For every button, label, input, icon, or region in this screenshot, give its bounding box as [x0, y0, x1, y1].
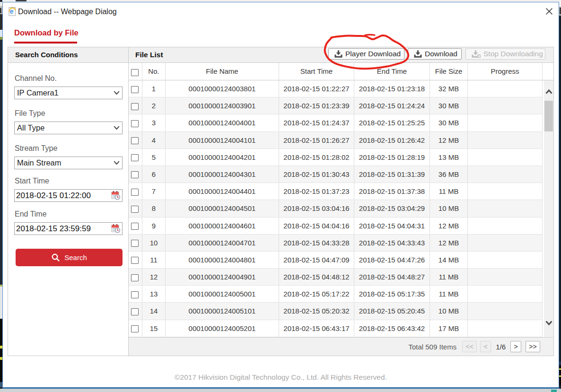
end-time-input[interactable]: 2018-02-15 23:59:59 [14, 222, 123, 235]
cell-progress [468, 200, 543, 217]
cell-progress [468, 235, 543, 251]
cell-file-name: 00010000124004101 [166, 132, 279, 148]
cell-end-time: 2018-02-15 06:43:42 [354, 320, 430, 337]
row-checkbox-cell [129, 269, 142, 285]
cell-file-name: 00010000124004001 [166, 114, 279, 131]
cell-file-size: 36 MB [430, 166, 468, 183]
table-row: 6000100001240043012018-02-15 01:30:43201… [129, 166, 543, 183]
chevron-down-icon [114, 91, 120, 95]
row-checkbox-cell [129, 97, 142, 114]
cell-file-name: 00010000124003801 [166, 80, 279, 97]
cell-file-size: 14 MB [430, 252, 468, 268]
row-checkbox[interactable] [131, 291, 139, 298]
table-row: 12000100001240049012018-02-15 04:48:1220… [129, 269, 543, 286]
row-checkbox[interactable] [131, 189, 139, 196]
page-next-button[interactable]: > [510, 341, 521, 352]
cell-start-time: 2018-02-15 05:20:32 [279, 303, 354, 319]
cell-file-size: 11 MB [430, 183, 468, 200]
row-checkbox[interactable] [131, 171, 139, 178]
row-checkbox[interactable] [131, 308, 139, 315]
calendar-icon[interactable] [111, 191, 121, 200]
cell-progress [468, 183, 543, 200]
file-type-select[interactable]: All Type [14, 122, 123, 134]
download-button[interactable]: Download [408, 48, 462, 60]
row-checkbox-cell [129, 218, 142, 234]
cell-file-name: 00010000124004601 [166, 218, 279, 234]
search-button-label: Search [64, 253, 87, 261]
file-type-value: All Type [17, 122, 44, 134]
stream-type-value: Main Stream [17, 157, 61, 169]
table-row: 11000100001240048012018-02-15 04:47:0920… [129, 252, 543, 269]
dialog-window: e Download -- Webpage Dialog Download by… [2, 2, 559, 389]
row-checkbox[interactable] [131, 206, 139, 213]
cell-end-time: 2018-02-15 01:37:38 [354, 183, 430, 200]
cell-no: 14 [142, 303, 166, 319]
row-checkbox-cell [129, 252, 142, 268]
row-checkbox[interactable] [131, 120, 139, 127]
table-header-row: No. File Name Start Time End Time File S… [129, 63, 553, 80]
cell-end-time: 2018-02-15 04:33:43 [354, 235, 430, 251]
page-first-button[interactable]: << [462, 341, 477, 352]
cell-progress [468, 149, 543, 166]
row-checkbox[interactable] [131, 325, 139, 332]
file-table-body: 1000100001240038012018-02-15 01:22:27201… [129, 80, 553, 337]
copyright-text: ©2017 Hikvision Digital Technology Co., … [3, 373, 559, 382]
cell-end-time: 2018-02-15 01:26:42 [354, 132, 430, 148]
stop-downloading-button[interactable]: Stop Downloading [465, 48, 545, 60]
stop-download-icon [472, 50, 481, 58]
table-scrollbar[interactable] [544, 80, 553, 337]
calendar-icon[interactable] [111, 224, 121, 234]
cell-file-name: 00010000124004401 [166, 183, 279, 200]
col-header-no: No. [142, 63, 166, 80]
cell-file-size: 12 MB [430, 235, 468, 251]
chevron-up-icon[interactable] [545, 89, 552, 95]
row-checkbox[interactable] [131, 86, 139, 93]
close-icon[interactable] [545, 8, 553, 15]
row-checkbox[interactable] [131, 154, 139, 161]
cell-start-time: 2018-02-15 01:28:02 [279, 149, 354, 166]
start-time-value: 2018-02-15 01:22:00 [16, 190, 91, 201]
row-checkbox[interactable] [131, 257, 139, 264]
header-checkbox-cell [129, 63, 142, 80]
row-checkbox[interactable] [131, 274, 139, 281]
page-prev-button[interactable]: < [480, 341, 491, 352]
cell-end-time: 2018-02-15 01:28:19 [354, 149, 430, 166]
search-button[interactable]: Search [16, 249, 123, 266]
row-checkbox[interactable] [131, 137, 139, 144]
cell-progress [468, 218, 543, 234]
col-header-filler [543, 63, 553, 80]
col-header-file-name: File Name [166, 63, 279, 80]
cell-file-name: 00010000124003901 [166, 97, 279, 114]
cell-start-time: 2018-02-15 01:24:37 [279, 114, 354, 131]
download-icon [334, 50, 342, 58]
scrollbar-thumb[interactable] [544, 101, 553, 131]
cell-progress [468, 269, 543, 285]
player-download-label: Player Download [345, 50, 401, 58]
cell-no: 15 [142, 320, 166, 337]
ie-page-icon: e [8, 7, 17, 16]
select-all-checkbox[interactable] [131, 69, 139, 76]
start-time-label: Start Time [15, 177, 49, 185]
stream-type-select[interactable]: Main Stream [14, 157, 123, 169]
row-checkbox[interactable] [131, 103, 139, 110]
cell-start-time: 2018-02-15 04:33:28 [279, 235, 354, 251]
cell-no: 8 [142, 200, 166, 217]
tab-download-by-file[interactable]: Download by File [14, 28, 79, 37]
row-checkbox[interactable] [131, 223, 139, 230]
cell-end-time: 2018-02-15 04:48:27 [354, 269, 430, 285]
start-time-input[interactable]: 2018-02-15 01:22:00 [14, 189, 123, 202]
page-last-button[interactable]: >> [526, 341, 540, 352]
cell-file-size: 13 MB [430, 149, 468, 166]
channel-no-select[interactable]: IP Camera1 [14, 87, 123, 99]
download-label: Download [425, 50, 457, 58]
player-download-button[interactable]: Player Download [328, 48, 404, 60]
cell-end-time: 2018-02-15 01:23:18 [354, 80, 430, 97]
cell-start-time: 2018-02-15 05:17:22 [279, 286, 354, 302]
table-row: 5000100001240042012018-02-15 01:28:02201… [129, 149, 543, 166]
cell-file-name: 00010000124004801 [166, 252, 279, 268]
row-checkbox-cell [129, 166, 142, 183]
magnifier-icon [51, 253, 60, 262]
table-row: 10000100001240047012018-02-15 04:33:2820… [129, 235, 543, 252]
row-checkbox[interactable] [131, 240, 139, 247]
chevron-down-icon[interactable] [545, 320, 552, 326]
